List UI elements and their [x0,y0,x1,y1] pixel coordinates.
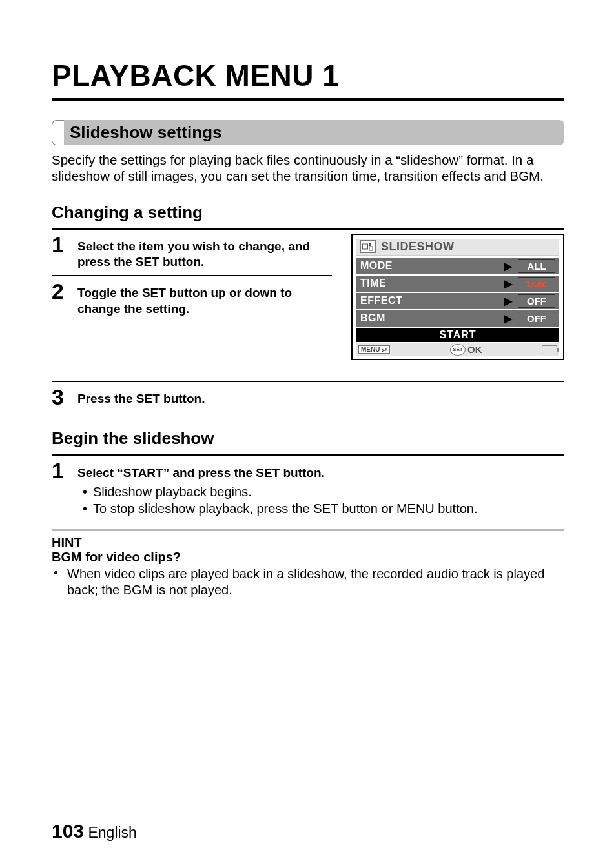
subheading-rule [52,228,564,230]
hint-block: HINT BGM for video clips? When video cli… [52,535,564,599]
menu-button-label: MENU [361,346,380,353]
section-intro: Specify the settings for playing back fi… [52,152,564,185]
screen-titlebar: SLIDESHOW [356,239,559,256]
step-text: Select the item you wish to change, and … [77,234,332,270]
ok-label: OK [467,344,482,355]
screen-footer: MENU SET OK [356,343,559,356]
step-number: 2 [52,280,68,302]
menu-value: 1sec [518,277,555,290]
menu-item-mode[interactable]: MODE ▶ ALL [356,258,559,274]
menu-value: ALL [518,259,555,273]
step-separator [52,275,332,276]
step-number: 1 [52,459,68,481]
back-arrow-icon [381,347,387,353]
menu-label: EFFECT [360,295,498,307]
menu-item-bgm[interactable]: BGM ▶ OFF [356,310,559,327]
title-rule [52,98,564,101]
menu-item-start[interactable]: START [356,328,559,342]
step-number: 3 [52,386,68,408]
step-2: 2 Toggle the SET button up or down to ch… [52,280,332,317]
chevron-right-icon: ▶ [498,260,518,272]
playback-mode-icon [360,240,376,253]
step-3: 3 Press the SET button. [52,386,564,408]
svg-rect-0 [363,244,368,249]
page-title: PLAYBACK MENU 1 [52,58,564,93]
chevron-right-icon: ▶ [498,312,518,325]
hint-subtitle: BGM for video clips? [52,550,564,565]
set-ok-indicator: SET OK [450,344,482,356]
menu-item-time[interactable]: TIME ▶ 1sec [356,276,559,292]
screen-title: SLIDESHOW [381,240,455,254]
pill-accent [52,120,64,145]
begin-step-bullet: Slideshow playback begins. [92,483,478,500]
section-heading-label: Slideshow settings [70,123,222,143]
page-language: English [88,824,136,841]
menu-value: OFF [518,294,555,308]
menu-list: MODE ▶ ALL TIME ▶ 1sec EFFECT ▶ OFF [356,258,559,342]
set-button-icon[interactable]: SET [450,344,466,356]
steps-column: 1 Select the item you wish to change, an… [52,234,332,317]
menu-value: OFF [518,312,555,325]
hint-text: When video clips are played back in a sl… [67,567,544,598]
chevron-right-icon: ▶ [498,295,518,307]
subheading-changing: Changing a setting [52,203,564,223]
step-text: Select “START” and press the SET button.… [77,459,478,518]
svg-rect-1 [369,243,371,246]
step-1: 1 Select the item you wish to change, an… [52,234,332,270]
begin-step-lead: Select “START” and press the SET button. [77,465,478,481]
chevron-right-icon: ▶ [498,278,518,290]
svg-rect-2 [369,247,373,250]
hint-rule [52,529,564,531]
manual-page: PLAYBACK MENU 1 Slideshow settings Speci… [0,0,616,868]
menu-button-icon[interactable]: MENU [358,345,390,354]
step-separator [52,381,564,382]
menu-item-effect[interactable]: EFFECT ▶ OFF [356,293,559,309]
hint-title: HINT [52,535,564,550]
subheading-rule [52,454,564,456]
step-number: 1 [52,234,68,256]
section-heading: Slideshow settings [52,120,564,145]
menu-label: MODE [360,260,498,272]
page-number: 103 [52,820,84,842]
hint-bullet: When video clips are played back in a sl… [65,566,564,599]
step-text: Press the SET button. [77,386,205,407]
menu-label: TIME [360,278,498,289]
subheading-begin: Begin the slideshow [52,429,564,449]
menu-label: BGM [360,312,498,324]
battery-icon [542,345,557,354]
begin-step-1: 1 Select “START” and press the SET butto… [52,459,564,518]
step-text: Toggle the SET button up or down to chan… [77,280,332,317]
camera-screen: SLIDESHOW MODE ▶ ALL TIME ▶ 1sec EFFECT [351,234,564,360]
bullet-icon [54,571,57,574]
page-footer: 103 English [52,820,564,842]
begin-step-bullet: To stop slideshow playback, press the SE… [92,500,478,517]
